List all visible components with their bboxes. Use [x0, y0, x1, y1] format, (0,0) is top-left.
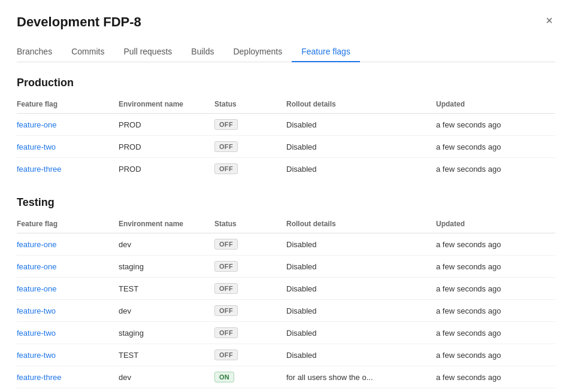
- production-col-updated: Updated: [436, 96, 555, 114]
- feature-flag-link[interactable]: feature-two: [17, 142, 56, 151]
- tab-pull-requests[interactable]: Pull requests: [114, 42, 181, 62]
- production-col-rollout: Rollout details: [286, 96, 436, 114]
- feature-flag-link[interactable]: feature-one: [17, 262, 57, 271]
- testing-section: Testing Feature flag Environment name St…: [17, 196, 555, 392]
- feature-flag-link[interactable]: feature-two: [17, 329, 56, 338]
- rollout-cell: for all users show the o...: [286, 366, 436, 388]
- feature-flag-link[interactable]: feature-two: [17, 306, 56, 315]
- env-cell: staging: [119, 388, 214, 393]
- status-badge: OFF: [214, 350, 238, 360]
- status-badge: OFF: [214, 141, 238, 152]
- rollout-cell: Disabled: [286, 233, 436, 256]
- table-row: feature-one dev OFF Disabled a few secon…: [17, 233, 555, 256]
- updated-cell: a few seconds ago: [436, 278, 555, 300]
- testing-title: Testing: [17, 196, 555, 209]
- env-cell: TEST: [119, 344, 214, 366]
- production-table: Feature flag Environment name Status Rol…: [17, 96, 555, 180]
- tab-commits[interactable]: Commits: [62, 42, 114, 62]
- updated-cell: a few seconds ago: [436, 256, 555, 278]
- rollout-cell: Disabled: [286, 344, 436, 366]
- env-cell: TEST: [119, 278, 214, 300]
- env-cell: dev: [119, 233, 214, 256]
- production-col-status: Status: [214, 96, 286, 114]
- status-badge: OFF: [214, 239, 238, 250]
- updated-cell: a few seconds ago: [436, 366, 555, 388]
- tab-nav: Branches Commits Pull requests Builds De…: [17, 42, 555, 62]
- production-col-env: Environment name: [119, 96, 214, 114]
- status-badge: OFF: [214, 119, 238, 130]
- status-badge: ON: [214, 372, 234, 382]
- rollout-cell: Disabled: [286, 158, 436, 180]
- rollout-cell: Disabled: [286, 114, 436, 136]
- tab-builds[interactable]: Builds: [181, 42, 223, 62]
- feature-flag-link[interactable]: feature-one: [17, 284, 57, 293]
- status-badge: OFF: [214, 305, 238, 316]
- tab-deployments[interactable]: Deployments: [223, 42, 292, 62]
- testing-col-rollout: Rollout details: [286, 216, 436, 233]
- rollout-cell: Disabled: [286, 322, 436, 344]
- table-row: feature-two staging OFF Disabled a few s…: [17, 322, 555, 344]
- feature-flag-link[interactable]: feature-one: [17, 120, 57, 129]
- close-button[interactable]: ×: [543, 14, 555, 26]
- production-title: Production: [17, 77, 555, 89]
- testing-col-status: Status: [214, 216, 286, 233]
- rollout-cell: Disabled: [286, 136, 436, 158]
- modal-header: Development FDP-8 ×: [17, 14, 555, 30]
- table-row: feature-three dev ON for all users show …: [17, 366, 555, 388]
- updated-cell: a few seconds ago: [436, 344, 555, 366]
- env-cell: dev: [119, 300, 214, 322]
- testing-header-row: Feature flag Environment name Status Rol…: [17, 216, 555, 233]
- table-row: feature-two dev OFF Disabled a few secon…: [17, 300, 555, 322]
- env-cell: dev: [119, 366, 214, 388]
- env-cell: staging: [119, 256, 214, 278]
- testing-col-flag: Feature flag: [17, 216, 119, 233]
- updated-cell: a few seconds ago: [436, 114, 555, 136]
- production-col-flag: Feature flag: [17, 96, 119, 114]
- tab-branches[interactable]: Branches: [17, 42, 62, 62]
- updated-cell: a few seconds ago: [436, 300, 555, 322]
- updated-cell: a few seconds ago: [436, 158, 555, 180]
- rollout-cell: for all users show the o...: [286, 388, 436, 393]
- rollout-cell: Disabled: [286, 300, 436, 322]
- production-section: Production Feature flag Environment name…: [17, 77, 555, 180]
- updated-cell: a few seconds ago: [436, 322, 555, 344]
- rollout-cell: Disabled: [286, 278, 436, 300]
- status-badge: OFF: [214, 261, 238, 272]
- modal-container: Development FDP-8 × Branches Commits Pul…: [0, 0, 572, 392]
- feature-flag-link[interactable]: feature-one: [17, 240, 57, 249]
- status-badge: OFF: [214, 327, 238, 338]
- updated-cell: a few seconds ago: [436, 388, 555, 393]
- env-cell: PROD: [119, 114, 214, 136]
- feature-flag-link[interactable]: feature-three: [17, 165, 61, 174]
- updated-cell: a few seconds ago: [436, 233, 555, 256]
- rollout-cell: Disabled: [286, 256, 436, 278]
- feature-flag-link[interactable]: feature-two: [17, 351, 56, 360]
- testing-table: Feature flag Environment name Status Rol…: [17, 216, 555, 392]
- table-row: feature-one PROD OFF Disabled a few seco…: [17, 114, 555, 136]
- production-header-row: Feature flag Environment name Status Rol…: [17, 96, 555, 114]
- testing-col-updated: Updated: [436, 216, 555, 233]
- table-row: feature-three PROD OFF Disabled a few se…: [17, 158, 555, 180]
- modal-title: Development FDP-8: [17, 14, 141, 30]
- feature-flag-link[interactable]: feature-three: [17, 373, 61, 382]
- status-badge: OFF: [214, 163, 238, 174]
- env-cell: staging: [119, 322, 214, 344]
- table-row: feature-three staging ON for all users s…: [17, 388, 555, 393]
- table-row: feature-one staging OFF Disabled a few s…: [17, 256, 555, 278]
- status-badge: OFF: [214, 283, 238, 294]
- table-row: feature-two TEST OFF Disabled a few seco…: [17, 344, 555, 366]
- table-row: feature-one TEST OFF Disabled a few seco…: [17, 278, 555, 300]
- updated-cell: a few seconds ago: [436, 136, 555, 158]
- testing-col-env: Environment name: [119, 216, 214, 233]
- env-cell: PROD: [119, 136, 214, 158]
- table-row: feature-two PROD OFF Disabled a few seco…: [17, 136, 555, 158]
- tab-feature-flags[interactable]: Feature flags: [292, 42, 360, 62]
- env-cell: PROD: [119, 158, 214, 180]
